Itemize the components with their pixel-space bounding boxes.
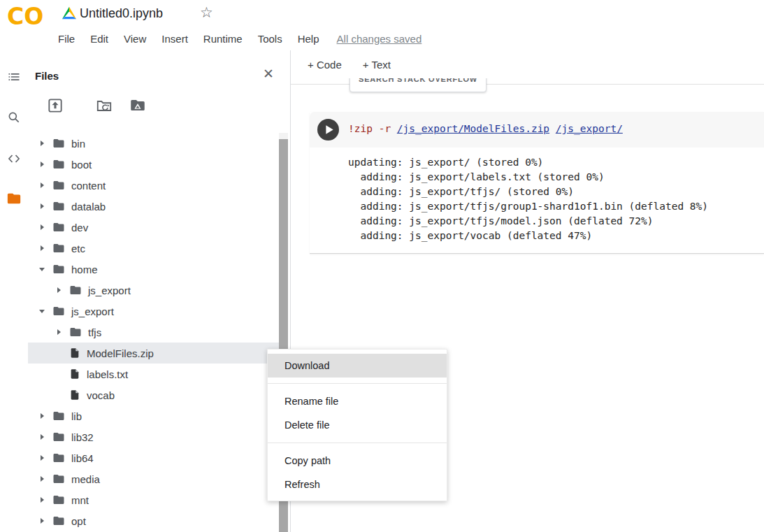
toc-icon[interactable] [6,69,22,85]
cell-toolbar: + Code + Text [291,50,764,78]
tree-item-media[interactable]: media [28,468,279,489]
menu-insert[interactable]: Insert [154,33,196,45]
context-menu-item-refresh[interactable]: Refresh [268,473,447,496]
chevron-right-icon[interactable] [38,224,46,230]
menu-edit[interactable]: Edit [82,33,116,45]
tree-item-home[interactable]: home [28,259,279,280]
chevron-right-icon[interactable] [55,329,63,335]
tree-item-js_export[interactable]: js_export [28,301,279,322]
folder-icon [52,473,65,485]
cell-output: updating: js_export/ (stored 0%) adding:… [310,148,764,253]
tree-item-vocab[interactable]: vocab [28,384,279,405]
tree-item-js_export[interactable]: js_export [28,280,279,301]
add-code-button[interactable]: + Code [308,59,342,71]
star-icon[interactable]: ☆ [200,4,213,21]
tree-item-labels.txt[interactable]: labels.txt [28,364,279,384]
output-line: adding: js_export/tfjs/ (stored 0%) [348,185,764,199]
tree-item-label: labels.txt [87,368,128,380]
folder-icon [52,221,65,233]
chevron-right-icon[interactable] [38,245,46,251]
output-line: adding: js_export/tfjs/group1-shard1of1.… [348,199,764,214]
code-command: !zip -r [348,123,397,134]
tree-item-label: ModelFiles.zip [87,347,154,359]
notebook-title[interactable]: Untitled0.ipynb [80,6,163,21]
tree-item-dev[interactable]: dev [28,217,279,238]
menu-help[interactable]: Help [290,33,327,45]
tree-item-label: bin [71,138,85,150]
menu-tools[interactable]: Tools [250,33,290,45]
run-cell-button[interactable] [317,119,339,141]
colab-logo[interactable]: CO [7,3,43,30]
chevron-right-icon[interactable] [38,413,46,419]
close-icon[interactable]: ✕ [263,66,274,82]
folder-icon [52,515,65,527]
tree-item-modelfiles.zip[interactable]: ModelFiles.zip [28,343,279,364]
menu-runtime[interactable]: Runtime [196,33,250,45]
folder-icon [52,494,65,506]
refresh-folder-icon[interactable] [95,96,115,116]
tree-item-content[interactable]: content [28,175,279,196]
file-icon [69,368,80,380]
output-line: updating: js_export/ (stored 0%) [348,155,764,170]
tree-item-label: content [71,180,106,192]
chevron-down-icon[interactable] [38,268,46,271]
upload-icon[interactable] [46,96,66,116]
save-status[interactable]: All changes saved [337,33,422,45]
folder-icon [52,431,65,443]
context-menu-item-rename-file[interactable]: Rename file [268,389,447,413]
folder-icon [52,158,65,171]
context-menu-item-download[interactable]: Download [268,354,447,378]
chevron-right-icon[interactable] [38,497,46,503]
context-menu-item-copy-path[interactable]: Copy path [268,449,447,473]
tree-item-label: tfjs [88,326,101,338]
tree-item-opt[interactable]: opt [28,510,279,531]
folder-icon [52,242,65,254]
code-cell[interactable]: !zip -r /js_export/ModelFiles.zip /js_ex… [310,112,764,254]
mount-drive-icon[interactable] [129,96,148,116]
file-icon [69,347,80,359]
tree-item-mnt[interactable]: mnt [28,489,279,510]
chevron-right-icon[interactable] [38,182,46,188]
tree-item-etc[interactable]: etc [28,238,279,259]
files-panel: Files ✕ binbootcontentdatalabdevetchomej… [28,50,290,532]
tree-item-label: vocab [87,389,115,401]
chevron-down-icon[interactable] [38,310,46,313]
chevron-right-icon[interactable] [38,518,46,524]
chevron-right-icon[interactable] [38,161,46,167]
tree-item-boot[interactable]: boot [28,154,279,175]
file-tree: binbootcontentdatalabdevetchomejs_export… [28,133,279,532]
menu-view[interactable]: View [116,33,154,45]
tree-item-tfjs[interactable]: tfjs [28,322,279,343]
context-menu-divider [268,443,447,443]
chevron-right-icon[interactable] [38,455,46,461]
tree-item-label: js_export [88,285,131,296]
tree-item-lib64[interactable]: lib64 [28,447,279,468]
tree-item-label: js_export [71,305,114,317]
tree-item-bin[interactable]: bin [28,133,279,154]
code-path-link-2[interactable]: /js_export/ [556,123,623,134]
tree-item-label: datalab [71,201,106,213]
chevron-right-icon[interactable] [55,287,63,293]
search-icon[interactable] [6,109,22,126]
chevron-right-icon[interactable] [38,141,46,146]
code-path-link-1[interactable]: /js_export/ModelFiles.zip [397,123,549,134]
code-separator [549,123,556,134]
menu-file[interactable]: File [50,33,82,45]
context-menu-divider [268,383,447,384]
menu-items: FileEditViewInsertRuntimeToolsHelp [50,33,327,45]
tree-item-lib[interactable]: lib [28,405,279,426]
tree-item-lib32[interactable]: lib32 [28,426,279,447]
folder-icon [69,326,82,338]
chevron-right-icon[interactable] [38,476,46,482]
code-line[interactable]: !zip -r /js_export/ModelFiles.zip /js_ex… [348,112,764,148]
files-panel-icon[interactable] [6,190,22,207]
add-text-button[interactable]: + Text [363,59,391,71]
tree-item-label: media [71,473,100,485]
chevron-right-icon[interactable] [38,203,46,209]
tree-item-label: etc [71,243,85,254]
code-panel-icon[interactable] [6,150,22,167]
chevron-right-icon[interactable] [38,434,46,440]
code-editor[interactable]: !zip -r /js_export/ModelFiles.zip /js_ex… [310,112,764,148]
tree-item-datalab[interactable]: datalab [28,196,279,217]
context-menu-item-delete-file[interactable]: Delete file [268,413,447,437]
